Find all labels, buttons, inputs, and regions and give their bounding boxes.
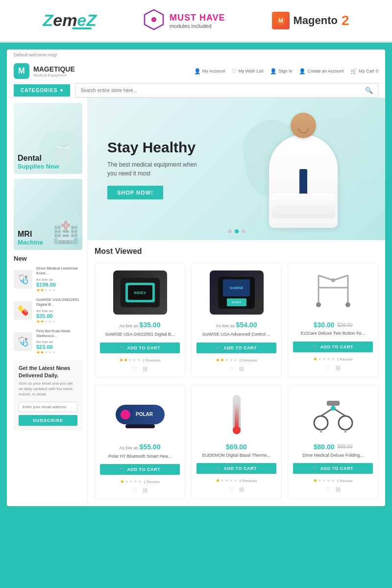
store-logo-area: M MAGETIQUE Medical Equipment xyxy=(14,63,75,79)
newsletter-title: Get the Latest News Delivered Daily. xyxy=(19,365,77,379)
store-header: Default welcome msg! M MAGETIQUE Medical… xyxy=(7,49,385,83)
most-viewed-title: Most Viewed xyxy=(95,247,378,256)
search-button[interactable]: 🔍 xyxy=(360,84,378,97)
add-to-cart-button-4[interactable]: 🛒 ADD TO CART xyxy=(100,464,180,475)
add-to-cart-label-6: ADD TO CART xyxy=(320,466,353,471)
add-to-cart-button-2[interactable]: 🛒 ADD TO CART xyxy=(196,343,276,353)
compare-icon-3[interactable]: ⊞ xyxy=(336,365,341,371)
mri-card-subtitle: Machine xyxy=(18,239,78,246)
compare-icon-2[interactable]: ⊞ xyxy=(239,366,244,372)
cart-link[interactable]: 🛒 My Cart 0 xyxy=(350,68,378,74)
dropdown-arrow-icon: ▾ xyxy=(60,88,63,93)
my-account-link[interactable]: 👤 My Account xyxy=(194,68,225,74)
dental-card-subtitle: Supplies New xyxy=(18,163,78,170)
must-have-title: MUST HAVE xyxy=(170,13,225,23)
cart-count: 0 xyxy=(376,69,378,74)
cart-btn-icon-3: 🛒 xyxy=(313,344,318,349)
compare-icon-6[interactable]: ⊞ xyxy=(336,486,341,493)
cart-btn-icon-2: 🛒 xyxy=(216,345,222,350)
slider-dot-1[interactable] xyxy=(228,229,232,233)
welcome-message: Default welcome msg! xyxy=(14,52,378,57)
create-account-label: Create an Account xyxy=(307,69,343,74)
product-5-price: $69.00 xyxy=(226,443,247,451)
store-tagline: Medical Equipment xyxy=(33,73,75,77)
slider-dot-3[interactable] xyxy=(242,229,245,233)
product-1-name: GoWISE USA GW22051 Digital B... xyxy=(105,332,174,338)
top-banner: ZemeZ MUST HA xyxy=(0,0,392,43)
new-product-1-stars: ★★★★★ xyxy=(36,288,82,293)
compare-icon-1[interactable]: ⊞ xyxy=(143,366,147,372)
product-3-actions: ♡ ⊞ xyxy=(325,365,341,371)
product-3-image xyxy=(304,268,363,317)
svg-point-8 xyxy=(345,302,350,307)
new-product-1-image: 🩺 xyxy=(14,270,32,289)
mri-card-title: MRI xyxy=(18,229,78,239)
store-nav-links: 👤 My Account ♡ My Wish List 👤 Sign In 👤 … xyxy=(194,68,378,74)
compare-icon-4[interactable]: ⊞ xyxy=(143,487,147,494)
magento-number: 2 xyxy=(342,13,349,28)
svg-rect-17 xyxy=(327,401,340,406)
sidebar-mri-card[interactable]: 🏥 MRI Machine xyxy=(14,179,82,250)
svg-point-12 xyxy=(314,416,328,430)
product-4-name: Polar H7 Bluetooth Smart Hea... xyxy=(108,454,172,460)
compare-icon-5[interactable]: ⊞ xyxy=(239,486,244,493)
product-card: INDEX As low as $35.00 GoWISE USA GW2205… xyxy=(95,263,185,378)
new-product-1-price-label: As low as xyxy=(36,277,82,282)
create-icon: 👤 xyxy=(299,68,306,74)
add-to-cart-button-1[interactable]: 🛒 ADD TO CART xyxy=(100,343,180,353)
cart-label: My Cart xyxy=(359,69,374,74)
sidebar-dental-card[interactable]: 🦷 Dental Supplies New xyxy=(14,103,82,174)
wishlist-icon-1[interactable]: ♡ xyxy=(132,366,138,372)
svg-text:M: M xyxy=(278,18,283,24)
wishlist-icon-2[interactable]: ♡ xyxy=(229,366,234,372)
store-wrapper: Default welcome msg! M MAGETIQUE Medical… xyxy=(7,49,385,506)
hero-subtitle: The best medical equipment when you need… xyxy=(107,160,205,178)
product-1-stars: ★★★★★ 2 Reviews xyxy=(119,357,161,363)
product-card: GoWISE START As low as $54.00 GoWISE USA… xyxy=(191,263,282,378)
newsletter-box: Get the Latest News Delivered Daily. Giv… xyxy=(14,360,82,430)
sign-in-link[interactable]: 👤 Sign In xyxy=(270,68,292,74)
product-card: $69.00 EUDEMON Digital Basal Thermo... 🛒… xyxy=(191,385,282,500)
product-1-image: INDEX xyxy=(111,268,170,317)
product-4-price-label: As low as $55.00 xyxy=(120,443,161,451)
product-5-stars: ★★★★★ 2 Reviews xyxy=(216,478,257,483)
magento-icon: M xyxy=(272,12,290,29)
product-4-reviews: 1 Review xyxy=(144,480,160,484)
search-input[interactable] xyxy=(75,84,360,97)
new-product-2-stars: ★★★★★ xyxy=(36,319,82,324)
shop-now-button[interactable]: SHOP NOW! xyxy=(107,186,163,199)
product-4-actions: ♡ ⊞ xyxy=(132,487,147,494)
add-to-cart-button-3[interactable]: 🛒 ADD TO CART xyxy=(293,342,373,352)
product-1-price: $35.00 xyxy=(140,321,161,329)
add-to-cart-label-4: ADD TO CART xyxy=(127,467,160,472)
product-6-reviews: 1 Review xyxy=(337,479,353,483)
create-account-link[interactable]: 👤 Create an Account xyxy=(299,68,343,74)
product-2-reviews: 2 Reviews xyxy=(239,358,257,363)
doctor-smile xyxy=(298,128,309,133)
product-2-name: GoWISE USA Advanced Control ... xyxy=(202,332,270,338)
wishlist-icon-6[interactable]: ♡ xyxy=(325,486,331,493)
wish-list-label: My Wish List xyxy=(238,69,263,74)
wishlist-icon-5[interactable]: ♡ xyxy=(229,486,234,493)
product-5-name: EUDEMON Digital Basal Thermo... xyxy=(202,453,270,459)
add-to-cart-button-6[interactable]: 🛒 ADD TO CART xyxy=(293,463,373,474)
must-have-badge-area: MUST HAVE modules included xyxy=(143,9,225,32)
wish-list-link[interactable]: ♡ My Wish List xyxy=(232,68,263,74)
subscribe-button[interactable]: SUBSCRIBE xyxy=(19,415,77,426)
newsletter-email-input[interactable] xyxy=(19,402,77,412)
product-card: $30.00 $38.00 Ez2care Deluxe Two Button … xyxy=(288,263,378,378)
doctor-head xyxy=(291,113,316,138)
product-3-reviews: 1 Review xyxy=(337,357,353,362)
product-5-image xyxy=(207,390,266,439)
wishlist-icon-3[interactable]: ♡ xyxy=(325,365,331,371)
svg-point-11 xyxy=(331,278,335,282)
wishlist-icon-4[interactable]: ♡ xyxy=(132,487,138,494)
must-have-subtitle: modules included xyxy=(170,23,225,29)
add-to-cart-button-5[interactable]: 🛒 ADD TO CART xyxy=(196,463,276,474)
search-bar: 🔍 xyxy=(75,83,378,98)
svg-line-9 xyxy=(318,275,333,280)
account-icon: 👤 xyxy=(194,68,201,74)
categories-button[interactable]: CATEGORIES ▾ xyxy=(14,84,70,97)
cart-btn-icon-5: 🛒 xyxy=(216,466,222,471)
slider-dot-2[interactable] xyxy=(235,229,239,233)
